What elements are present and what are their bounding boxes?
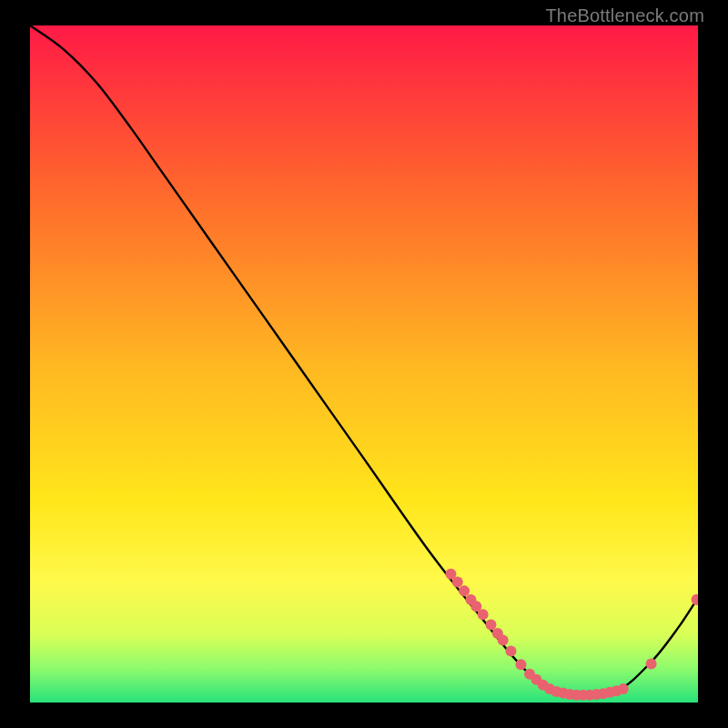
scatter-point xyxy=(478,609,489,620)
scatter-point xyxy=(515,659,526,670)
chart-svg xyxy=(30,25,698,703)
scatter-point xyxy=(646,659,657,670)
scatter-point xyxy=(459,585,470,596)
chart-stage: TheBottleneck.com xyxy=(0,0,728,728)
scatter-point xyxy=(618,683,629,694)
chart-plot-area xyxy=(30,25,698,703)
watermark-label: TheBottleneck.com xyxy=(545,5,704,26)
scatter-point xyxy=(505,645,516,656)
scatter-point xyxy=(452,577,463,588)
scatter-point xyxy=(485,619,496,630)
scatter-point xyxy=(498,635,509,646)
